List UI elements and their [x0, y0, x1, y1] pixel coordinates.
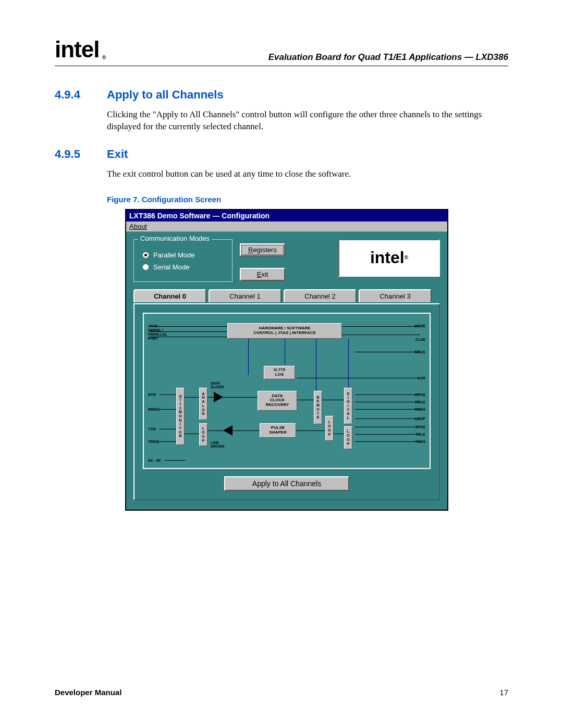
digital-box: D I G I T A L [344, 388, 352, 424]
logo-reg: ® [102, 55, 105, 60]
line [185, 397, 199, 398]
data-clock-box: DATA CLOCK RECOVERY [258, 391, 297, 411]
loop2-box: L O O P [325, 416, 334, 441]
menu-about[interactable]: About [129, 223, 147, 230]
tab-channel-2[interactable]: Channel 2 [284, 289, 357, 302]
radio-icon[interactable] [142, 264, 149, 270]
line [355, 418, 420, 419]
label: CLKE [415, 338, 425, 341]
line [355, 427, 420, 427]
line [160, 441, 176, 442]
line [355, 402, 420, 402]
label: RTIP [148, 393, 156, 397]
page-footer: Developer Manual 17 [55, 662, 508, 697]
tab-content: HARDWARE / SOFTWARE CONTROL ( JTAG ) INT… [133, 303, 440, 500]
footer-left: Developer Manual [55, 688, 121, 697]
tab-channel-1[interactable]: Channel 1 [209, 289, 282, 302]
section-4-9-5-heading: 4.9.5 Exit [55, 147, 508, 161]
section-number: 4.9.5 [55, 147, 107, 161]
label: PORT [148, 337, 158, 340]
logo-text: intel [370, 248, 405, 267]
line [342, 335, 420, 335]
tab-channel-0[interactable]: Channel 0 [133, 289, 206, 302]
line [355, 409, 420, 410]
line [297, 378, 420, 378]
communication-modes-group: Communication Modes Parallel Mode Serial… [133, 239, 232, 282]
monitor-box: G 7 7 2 M O N I T O R [176, 388, 185, 445]
radio-label: Serial Mode [153, 263, 189, 271]
line [355, 352, 420, 352]
line [296, 430, 325, 431]
line-driver-label: LINE DRIVER [211, 441, 224, 448]
line [149, 337, 227, 337]
figure-caption: Figure 7. Configuration Screen [107, 195, 508, 204]
line [160, 394, 176, 395]
line [322, 400, 344, 400]
channel-tabs: Channel 0 Channel 1 Channel 2 Channel 3 [133, 289, 440, 302]
line [207, 430, 260, 431]
hw-sw-box: HARDWARE / SOFTWARE CONTROL ( JTAG ) INT… [227, 323, 342, 339]
line [160, 429, 176, 429]
loop1-box: L O O P [199, 423, 207, 446]
section-number: 4.9.4 [55, 88, 107, 102]
label: MODE [414, 324, 425, 328]
line [285, 339, 285, 365]
logo-text: intel [55, 36, 99, 62]
label: JTAG [148, 324, 157, 328]
line [316, 339, 316, 396]
intel-logo-panel: intel® [338, 239, 440, 277]
section-4-9-4-heading: 4.9.4 Apply to all Channels [55, 88, 508, 102]
radio-label: Parallel Mode [153, 251, 195, 259]
section-title: Apply to all Channels [107, 88, 224, 102]
label: SERIAL / [148, 328, 163, 332]
label: TTIP [148, 427, 156, 431]
label: PARALLEL [148, 332, 167, 336]
line [355, 394, 420, 395]
radio-icon[interactable] [142, 252, 149, 258]
block-diagram: HARDWARE / SOFTWARE CONTROL ( JTAG ) INT… [143, 313, 431, 469]
label: A3 - A0 [148, 459, 161, 462]
config-window: LXT386 Demo Software --- Configuration A… [125, 209, 448, 511]
loop3-box: L O O P [344, 426, 352, 449]
group-legend: Communication Modes [138, 235, 212, 242]
line [334, 434, 344, 434]
apply-all-channels-button[interactable]: Apply to All Channels [224, 476, 349, 491]
exit-button[interactable]: Exit [240, 268, 285, 281]
g775-box: G.775 LOS [264, 366, 295, 379]
doc-title: Evaluation Board for Quad T1/E1 Applicat… [268, 52, 508, 63]
line [185, 434, 199, 434]
section-4-9-5-body: The exit control button can be used at a… [107, 168, 508, 180]
intel-logo: intel® [55, 36, 104, 63]
registers-button[interactable]: Registers [240, 243, 285, 256]
line [355, 441, 420, 442]
page-header: intel® Evaluation Board for Quad T1/E1 A… [55, 36, 508, 66]
menubar: About [126, 221, 447, 232]
data-slicer-label: DATA SLICER [211, 381, 224, 389]
line [342, 326, 420, 327]
radio-serial-mode[interactable]: Serial Mode [142, 263, 224, 271]
section-4-9-4-body: Clicking the "Apply to All Channels" con… [107, 109, 508, 133]
logo-reg: ® [405, 255, 408, 261]
line [160, 409, 176, 410]
window-titlebar[interactable]: LXT386 Demo Software --- Configuration [126, 210, 447, 221]
line [248, 339, 249, 375]
label: RRING [148, 408, 160, 411]
line [149, 326, 227, 327]
amplifier-icon [223, 425, 232, 436]
analog-box: A N A L O G [199, 388, 207, 420]
label: TRING [148, 440, 160, 443]
line [165, 460, 186, 461]
tab-channel-3[interactable]: Channel 3 [359, 289, 432, 302]
pulse-shaper-box: PULSE SHAPER [260, 423, 296, 438]
line [297, 400, 314, 400]
amplifier-icon [214, 392, 223, 402]
section-title: Exit [107, 147, 128, 161]
radio-parallel-mode[interactable]: Parallel Mode [142, 251, 224, 259]
page-number: 17 [499, 688, 508, 697]
remote-box: R E M O T E [314, 391, 322, 424]
line [355, 434, 420, 435]
